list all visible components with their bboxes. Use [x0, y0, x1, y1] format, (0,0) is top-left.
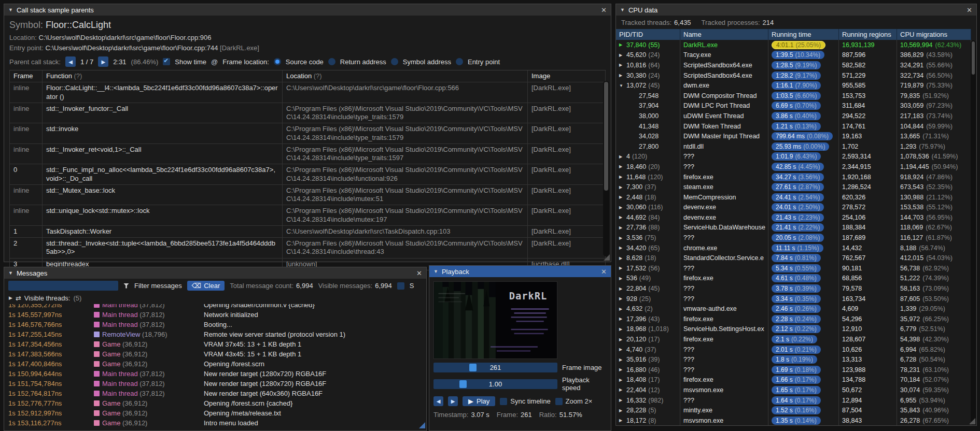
collapse-arrow-icon[interactable]: ▼ [433, 269, 438, 274]
running-time-button[interactable]: 11.11 s(1.15%) [772, 244, 823, 252]
running-time-button[interactable]: 1:39.5(10.34%) [772, 51, 824, 59]
pid-cell[interactable]: 27,800 [616, 141, 680, 152]
cpu-scrollbar-thumb[interactable] [972, 41, 975, 75]
pid-cell[interactable]: ▶4,740(37) [616, 344, 680, 355]
message-row[interactable]: 1s 152,912,997ns Game (36,912) Opening /… [4, 408, 426, 418]
expand-arrow-icon[interactable]: ▶ [619, 154, 626, 159]
expand-arrow-icon[interactable]: ▶ [619, 205, 626, 210]
running-time-button[interactable]: 1:01.9(6.43%) [772, 152, 821, 161]
running-time-button[interactable]: 1:03.5(6.60%) [772, 92, 821, 100]
message-row[interactable]: 1s 147,354,456ns Game (36,912) VRAM 37x4… [4, 339, 426, 349]
message-row[interactable]: 1s 120,355,272ns Main thread (37,812) Op… [4, 304, 426, 310]
cpu-row[interactable]: ▶18,968(1,018) ServiceHub.SettingsHost.e… [616, 324, 971, 335]
radio-entry-point[interactable] [456, 58, 463, 65]
cpu-row[interactable]: ▶536(49) firefox.exe 4.61 s(0.48%) 68,85… [616, 274, 971, 284]
frame-function[interactable]: std::_Mutex_base::lock [43, 185, 283, 205]
frame-function[interactable]: std::thread::_Invoke<std::tuple<<lambda_… [43, 238, 283, 258]
pid-cell[interactable]: ▶22,804(45) [616, 283, 680, 294]
message-row[interactable]: 1s 146,576,766ns Main thread (37,812) Bo… [4, 320, 426, 329]
sync-timeline-checkbox[interactable] [500, 398, 507, 405]
callstack-scrollbar[interactable] [603, 81, 609, 256]
cpu-row[interactable]: ▶18,408(17) firefox.exe 1.66 s(0.17%) 13… [616, 375, 971, 385]
cpu-row[interactable]: 37,904 DWM LPC Port Thread 6.69 s(0.70%)… [616, 101, 971, 111]
cpu-row[interactable]: ▶17,396(43) firefox.exe 2.28 s(0.24%) 54… [616, 314, 971, 324]
running-time-button[interactable]: 799.64 ms(0.08%) [772, 132, 833, 140]
running-time-button[interactable]: 1.21 s(0.13%) [772, 122, 821, 131]
playback-speed-slider[interactable]: 1.00 [433, 379, 557, 389]
frame-function[interactable]: std::unique_lock<std::mutex>::lock [43, 205, 283, 225]
filter-input[interactable] [8, 281, 118, 291]
step-forward-button[interactable]: ▶ [448, 396, 458, 406]
cpu-row[interactable]: ▶22,804(45) ??? 3.78 s(0.39%) 79,578 58,… [616, 283, 971, 294]
resize-grip-icon[interactable] [969, 418, 975, 424]
cpu-row[interactable]: ▶8,628(18) StandardCollector.Service.e 7… [616, 253, 971, 263]
running-time-button[interactable]: 2.28 s(0.24%) [772, 315, 821, 323]
tree-arrow-icon[interactable]: ▶ [9, 295, 12, 300]
expand-arrow-icon[interactable]: ▶ [619, 408, 626, 413]
running-time-button[interactable]: 1:28.2(9.17%) [772, 71, 821, 80]
expand-arrow-icon[interactable]: ▶ [619, 357, 626, 362]
pid-cell[interactable]: ▶4,632(2) [616, 304, 680, 314]
resize-grip-icon[interactable] [419, 422, 425, 428]
frame-image-slider[interactable]: 261 [433, 363, 557, 372]
running-time-button[interactable]: 24.01 s(2.50%) [772, 203, 824, 211]
cpu-row[interactable]: ▶4,740(37) ??? 2.01 s(0.21%) 10,626 6,99… [616, 344, 971, 355]
callstack-frame-row[interactable]: 2 std::thread::_Invoke<std::tuple<<lambd… [9, 238, 606, 258]
expand-arrow-icon[interactable]: ▶ [619, 256, 626, 261]
expand-arrow-icon[interactable]: ▶ [619, 317, 626, 321]
pid-cell[interactable]: ▶34,420(65) [616, 243, 680, 253]
show-time-checkbox[interactable] [163, 58, 170, 65]
running-time-button[interactable]: 1.64 s(0.17%) [772, 396, 821, 405]
running-time-button[interactable]: 1:28.5(9.19%) [772, 61, 821, 69]
cpu-row[interactable]: ▼13,072(45) dwm.exe 1:16.1(7.90%) 955,58… [616, 80, 971, 91]
message-row[interactable]: 1s 152,776,777ns Game (36,912) Opening /… [4, 398, 426, 408]
running-time-button[interactable]: 2.46 s(0.26%) [772, 305, 821, 313]
expand-arrow-icon[interactable]: ▶ [619, 296, 626, 301]
message-row[interactable]: 1s 151,754,784ns Main thread (37,812) Ne… [4, 379, 426, 389]
cpu-row[interactable]: 38,000 uDWM Event Thread 3.86 s(0.40%) 2… [616, 111, 971, 121]
collapse-arrow-icon[interactable]: ▼ [8, 270, 13, 276]
pid-cell[interactable]: ▼13,072(45) [616, 80, 680, 91]
running-time-button[interactable]: 3.34 s(0.35%) [772, 295, 821, 303]
running-time-button[interactable]: 4:01.1(25.05%) [772, 41, 825, 49]
cpu-row[interactable]: ▶37,840(55) DarkRL.exe 4:01.1(25.05%) 16… [616, 40, 971, 50]
expand-arrow-icon[interactable]: ▶ [619, 246, 626, 250]
running-time-button[interactable]: 24.41 s(2.54%) [772, 193, 824, 202]
cpu-row[interactable]: ▶27,736(88) ServiceHub.DataWarehouse 21.… [616, 223, 971, 233]
pid-cell[interactable]: ▶37,840(55) [616, 40, 680, 50]
running-time-button[interactable]: 1.65 s(0.17%) [772, 386, 821, 394]
pid-cell[interactable]: 27,548 [616, 91, 680, 101]
cpu-row[interactable]: ▶35,916(39) ??? 1.8 s(0.19%) 13,313 6,72… [616, 354, 971, 365]
cpu-row[interactable]: ▶30,060(116) devenv.exe 24.01 s(2.50%) 2… [616, 203, 971, 213]
pid-cell[interactable]: ▶928(25) [616, 294, 680, 304]
expand-arrow-icon[interactable]: ▶ [619, 307, 626, 311]
callstack-frame-row[interactable]: 1 TaskDispatch::Worker C:\Users\wolf\Des… [9, 226, 606, 238]
running-time-button[interactable]: 2.12 s(0.22%) [772, 325, 821, 333]
cpu-row[interactable]: 41,348 DWM Token Thread 1.21 s(0.13%) 17… [616, 121, 971, 132]
running-time-button[interactable]: 2.01 s(0.21%) [772, 346, 821, 354]
message-row[interactable]: 1s 147,400,846ns Game (36,912) Opening /… [4, 359, 426, 369]
cpu-row[interactable]: 27,800 ntdll.dll 25.93 ms(0.00%) 1,702 1… [616, 141, 971, 152]
running-time-button[interactable]: 1.66 s(0.17%) [772, 376, 821, 384]
pid-cell[interactable]: ▶536(49) [616, 274, 680, 284]
pid-cell[interactable]: ▶8,628(18) [616, 253, 680, 263]
expand-arrow-icon[interactable]: ▶ [619, 175, 626, 179]
pid-cell[interactable]: ▶18,408(17) [616, 375, 680, 385]
frame-function[interactable]: std::_Invoker_functor::_Call [43, 103, 283, 123]
pid-cell[interactable]: ▶27,736(88) [616, 223, 680, 233]
pid-cell[interactable]: ▶20,120(17) [616, 334, 680, 344]
message-row[interactable]: 1s 145,557,997ns Main thread (37,812) Ne… [4, 310, 426, 320]
running-time-button[interactable]: 4.61 s(0.48%) [772, 274, 821, 282]
pid-cell[interactable]: ▶28,228(5) [616, 405, 680, 415]
collapse-arrow-icon[interactable]: ▼ [8, 7, 13, 12]
cpu-row[interactable]: ▶928(25) ??? 3.34 s(0.35%) 163,734 87,60… [616, 294, 971, 304]
pid-cell[interactable]: 34,028 [616, 131, 680, 141]
message-row[interactable]: 1s 147,255,145ns RemoteView (18,796) Rem… [4, 329, 426, 339]
expand-arrow-icon[interactable]: ▶ [619, 367, 626, 372]
pid-cell[interactable]: ▶11,648(120) [616, 172, 680, 182]
close-icon[interactable]: ✕ [601, 6, 607, 14]
cpu-row[interactable]: ▶17,532(56) ??? 5.34 s(0.55%) 90,181 56,… [616, 263, 971, 274]
running-time-button[interactable]: 1:16.1(7.90%) [772, 81, 821, 90]
expand-arrow-icon[interactable]: ▶ [619, 195, 626, 199]
collapse-arrow-icon[interactable]: ▼ [620, 7, 625, 12]
